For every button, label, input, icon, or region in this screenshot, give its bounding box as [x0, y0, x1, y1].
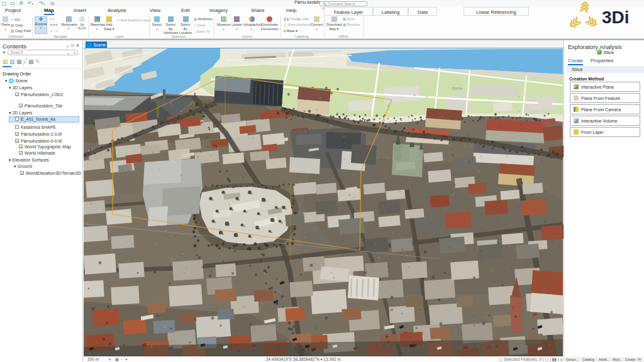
svg-text:Pärnu: Pärnu	[452, 86, 462, 90]
svg-text:3Di: 3Di	[602, 8, 630, 27]
